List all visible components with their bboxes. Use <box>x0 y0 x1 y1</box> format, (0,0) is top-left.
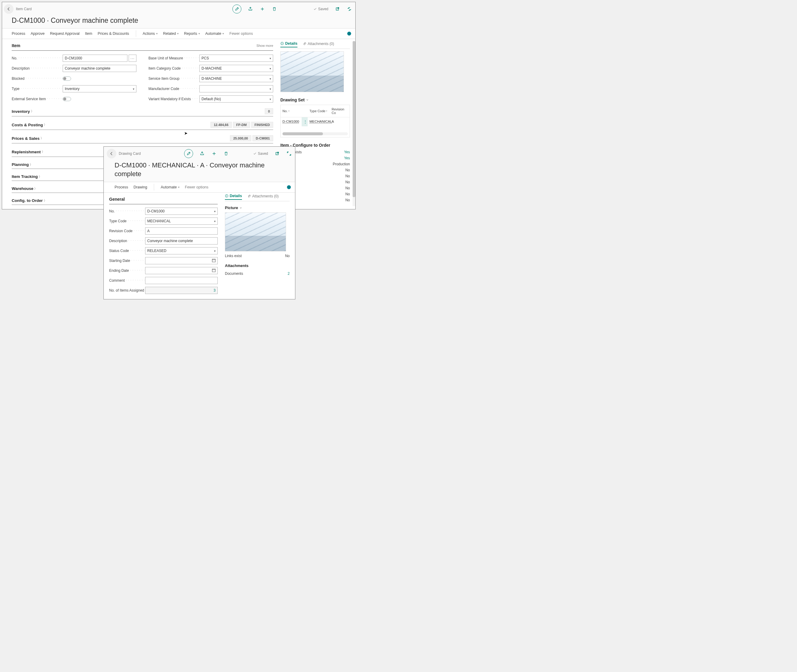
select-sub-status[interactable]: RELEASED <box>145 247 218 254</box>
section-general-header[interactable]: General <box>109 193 218 204</box>
cmd-drawing-sub[interactable]: Drawing <box>133 185 147 189</box>
cmd-automate[interactable]: Automate <box>205 32 224 36</box>
col-no[interactable]: No. ↑ <box>281 105 302 117</box>
select-sub-type[interactable]: MECHANICAL <box>145 218 218 225</box>
chevron-down-icon <box>306 98 309 101</box>
input-sub-start-date[interactable] <box>145 257 218 264</box>
costs-code-tag: FP-DM <box>233 122 250 128</box>
info-circle-icon <box>280 42 284 45</box>
select-variant-mandatory[interactable]: Default (No) <box>200 95 273 102</box>
expand-button-sub[interactable] <box>286 150 292 157</box>
section-inventory[interactable]: Inventory〉 0 <box>12 103 273 117</box>
input-no[interactable] <box>63 54 128 62</box>
share-button[interactable] <box>248 6 253 12</box>
check-icon <box>313 7 317 11</box>
tab-details-sub[interactable]: Details <box>225 194 242 200</box>
ds-no-cell[interactable]: D-CM1000 <box>281 117 302 126</box>
edit-button-sub[interactable] <box>184 149 193 158</box>
toggle-ext-service[interactable] <box>63 97 71 101</box>
pencil-icon <box>235 7 239 11</box>
page-title: D-CM1000 · Conveyor machine complete <box>2 16 355 28</box>
input-description[interactable] <box>63 65 136 72</box>
info-circle-icon <box>225 194 228 198</box>
calendar-icon[interactable] <box>212 258 216 263</box>
value-documents[interactable]: 2 <box>287 272 290 276</box>
pencil-icon <box>187 152 191 156</box>
select-base-uom[interactable]: PCS <box>200 54 273 62</box>
calendar-icon[interactable] <box>212 268 216 273</box>
item-card-header: Item Card Saved <box>2 2 355 16</box>
select-category-code[interactable]: D-MACHINE <box>200 65 273 72</box>
label-service-group: Service Item Group <box>149 77 200 81</box>
item-picture[interactable] <box>280 51 344 92</box>
chevron-right-icon: 〉 <box>39 174 42 179</box>
select-sub-no[interactable]: D-CM1000 <box>145 208 218 215</box>
config-row-value: No <box>345 180 350 184</box>
attachments-header[interactable]: Attachments <box>225 258 290 270</box>
input-sub-end-date[interactable] <box>145 267 218 274</box>
costs-value-tag: 12.484,66 <box>211 122 232 128</box>
cmd-actions[interactable]: Actions <box>143 32 158 36</box>
col-revision[interactable]: Revision Co <box>330 105 344 117</box>
cmd-fewer-sub[interactable]: Fewer options <box>185 185 209 189</box>
row-menu-button[interactable]: ⋮ <box>302 117 308 126</box>
cmd-related[interactable]: Related <box>163 32 179 36</box>
back-button[interactable] <box>4 4 13 14</box>
paperclip-icon <box>248 194 251 198</box>
col-type-code[interactable]: Type Code ↑ <box>308 105 330 117</box>
plus-icon <box>212 151 217 156</box>
info-badge[interactable] <box>347 32 351 36</box>
label-description: Description <box>12 66 63 70</box>
tab-attachments-sub[interactable]: Attachments (0) <box>248 194 279 200</box>
section-prices-sales[interactable]: Prices & Sales〉 25.000,00 D-CM001 <box>12 130 273 143</box>
assist-no-button[interactable]: ··· <box>129 54 136 62</box>
cmd-automate-sub[interactable]: Automate <box>161 185 180 189</box>
input-sub-revision[interactable] <box>145 227 218 235</box>
drawing-set-row[interactable]: D-CM1000 ⋮ MECHANICAL A <box>281 117 350 126</box>
drawing-set-header[interactable]: Drawing Set <box>280 92 350 105</box>
toggle-blocked[interactable] <box>63 77 71 81</box>
horizontal-scrollbar[interactable] <box>283 132 348 135</box>
select-type[interactable]: Inventory <box>63 85 136 93</box>
cmd-request-approval[interactable]: Request Approval <box>50 32 80 36</box>
label-sub-no: No. <box>109 209 145 213</box>
scrollbar[interactable] <box>353 41 355 206</box>
edit-button[interactable] <box>232 5 241 13</box>
select-service-group[interactable]: D-MACHINE <box>200 75 273 82</box>
cmd-reports[interactable]: Reports <box>184 32 200 36</box>
cmd-process-sub[interactable]: Process <box>115 185 128 189</box>
readonly-assigned-count[interactable]: 3 <box>145 287 218 294</box>
cmd-fewer-options[interactable]: Fewer options <box>229 32 253 36</box>
config-row-value: No <box>345 198 350 202</box>
select-manufacturer-code[interactable] <box>200 85 273 93</box>
pop-out-button-sub[interactable] <box>274 150 280 157</box>
share-button-sub[interactable] <box>199 150 205 157</box>
collapse-button[interactable] <box>346 6 352 12</box>
pop-out-button[interactable] <box>334 6 340 12</box>
cmd-process[interactable]: Process <box>12 32 25 36</box>
tab-details[interactable]: Details <box>280 42 297 47</box>
tab-attachments[interactable]: Attachments (0) <box>303 42 334 47</box>
prices-value-tag: 25.000,00 <box>230 135 251 141</box>
cmd-prices-discounts[interactable]: Prices & Discounts <box>98 32 129 36</box>
picture-header[interactable]: Picture <box>225 204 290 213</box>
input-sub-comment[interactable] <box>145 277 218 284</box>
back-button-sub[interactable] <box>107 149 117 158</box>
show-more-link[interactable]: Show more <box>256 44 273 47</box>
share-icon <box>200 151 204 156</box>
cmd-item[interactable]: Item <box>85 32 92 36</box>
expand-icon <box>287 151 291 156</box>
chevron-right-icon: 〉 <box>31 109 34 114</box>
cmd-approve[interactable]: Approve <box>30 32 45 36</box>
new-button[interactable] <box>259 6 265 12</box>
section-costs-posting[interactable]: Costs & Posting〉 12.484,66 FP-DM FINISHE… <box>12 117 273 130</box>
prices-code-tag: D-CM001 <box>252 135 273 141</box>
delete-button[interactable] <box>272 6 277 12</box>
drawing-picture[interactable] <box>225 213 286 251</box>
input-sub-description[interactable] <box>145 237 218 245</box>
new-button-sub[interactable] <box>211 150 217 157</box>
delete-button-sub[interactable] <box>223 150 229 157</box>
ds-type-cell[interactable]: MECHANICAL <box>308 117 330 126</box>
section-item-header[interactable]: Item Show more <box>12 39 273 51</box>
info-badge-sub[interactable] <box>287 186 291 189</box>
